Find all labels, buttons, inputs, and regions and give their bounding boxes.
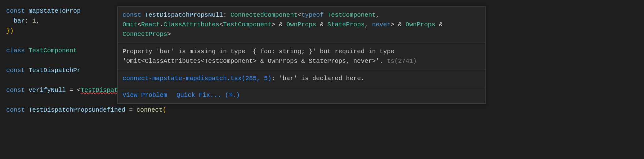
angle-bracket: > [271,21,275,28]
code-line[interactable]: const TestDispatchPropsUndefined = conne… [6,105,644,115]
ampersand: & [275,21,286,28]
jsx-open: < [77,87,81,94]
colon: : [223,11,230,19]
space [141,11,145,19]
view-problem-button[interactable]: View Problem [123,90,167,100]
type-name: OwnProps [405,21,435,28]
class-name: TestComponent [29,47,77,54]
error-code [383,58,387,65]
comma: , [364,21,372,28]
open-paren: ( [163,106,166,114]
closing-brace: } [6,27,10,34]
keyword-const: const [6,7,25,15]
error-message: Property 'bar' is missing in type '{ foo… [118,43,485,70]
space [25,47,29,54]
type-name: TestComponent [223,21,271,28]
error-code: ts(2741) [387,58,417,65]
space [25,106,29,114]
type-name: Omit [123,21,137,28]
variable-name: mapStateToProp [29,7,81,15]
angle-bracket: < [297,11,301,19]
error-text: 'Omit<ClassAttributes<TestComponent> & O… [123,58,383,65]
space [25,7,29,15]
keyword-const: const [6,67,25,74]
keyword-const: const [6,106,25,114]
space [25,67,29,74]
type-name: StateProps [327,21,364,28]
keyword-typeof: typeof [301,11,324,19]
namespace: React [141,21,160,28]
type-name: ClassAttributes [163,21,219,28]
error-text: Property 'bar' is missing in type '{ foo… [123,48,394,55]
quick-fix-button[interactable]: Quick Fix... (⌘.) [177,90,240,100]
file-link[interactable]: connect-mapstate-mapdispatch.tsx(285, 5) [123,75,271,82]
angle-bracket: > [167,31,171,38]
equals: = [66,87,77,94]
variable-name: TestDispatchPropsNull [145,11,223,19]
declaration-message: 'bar' is declared here. [279,75,364,82]
property-name: bar [6,17,25,24]
colon: : [271,75,279,82]
dot: . [160,21,163,28]
ampersand: & [394,21,405,28]
type-name: ConnectedComponent [230,11,297,19]
hover-tooltip: const TestDispatchPropsNull: ConnectedCo… [117,6,486,104]
equals: = [125,106,136,114]
number-literal: 1 [32,17,36,24]
type-name: TestComponent [327,11,376,19]
angle-bracket: < [137,21,141,28]
colon: : [25,17,29,24]
space [25,87,29,94]
variable-name: TestDispatchPropsUndefined [29,106,125,114]
keyword-class: class [6,47,25,54]
comma: , [36,17,40,24]
comma: , [376,11,379,19]
keyword-const: const [6,87,25,94]
variable-name: TestDispatchPr [29,67,81,74]
variable-name: verifyNull [29,87,66,94]
related-info[interactable]: connect-mapstate-mapdispatch.tsx(285, 5)… [118,70,485,87]
closing-paren: ) [10,27,14,34]
keyword-const: const [123,11,141,19]
ampersand: & [316,21,327,28]
action-bar: View Problem Quick Fix... (⌘.) [118,87,485,103]
space [324,11,327,19]
ampersand: & [435,21,443,28]
space [29,17,32,24]
angle-bracket: < [219,21,223,28]
type-name: OwnProps [286,21,316,28]
type-definition: const TestDispatchPropsNull: ConnectedCo… [118,6,485,43]
function-call: connect [136,106,163,114]
angle-bracket: > [391,21,394,28]
type-name: ConnectProps [123,31,167,38]
keyword-never: never [372,21,391,28]
